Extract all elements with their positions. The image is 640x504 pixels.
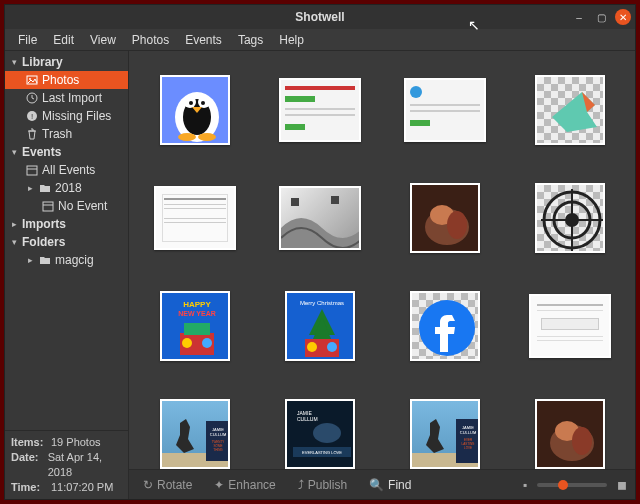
thumbnail[interactable]: Merry Christmas [285, 291, 355, 361]
app-window: Shotwell – ▢ ✕ File Edit View Photos Eve… [4, 4, 636, 500]
thumbnail[interactable] [404, 78, 486, 142]
svg-point-13 [189, 101, 193, 105]
svg-point-35 [307, 342, 317, 352]
info-date-value: Sat Apr 14, 2018 [48, 450, 122, 480]
window-title: Shotwell [295, 10, 344, 24]
calendar-icon [41, 199, 55, 213]
svg-text:CULLUM: CULLUM [209, 432, 225, 437]
svg-point-36 [327, 342, 337, 352]
menu-tags[interactable]: Tags [231, 31, 270, 49]
tree-last-import[interactable]: Last Import [5, 89, 128, 107]
tree-folder-magcig[interactable]: ▸magcig [5, 251, 128, 269]
tree-library[interactable]: ▾Library [5, 53, 128, 71]
enhance-icon: ✦ [214, 478, 224, 492]
svg-text:EVERLASTING LOVE: EVERLASTING LOVE [302, 450, 342, 455]
rotate-icon: ↻ [143, 478, 153, 492]
zoom-slider[interactable] [537, 483, 607, 487]
slider-thumb[interactable] [558, 480, 568, 490]
menu-file[interactable]: File [11, 31, 44, 49]
info-date-label: Date: [11, 450, 44, 480]
main-panel: HAPPYNEW YEAR Merry Christmas JAMIECULLU… [129, 51, 635, 499]
tree-imports[interactable]: ▸Imports [5, 215, 128, 233]
sidebar: ▾Library Photos Last Import !Missing Fil… [5, 51, 129, 499]
info-panel: Items:19 Photos Date:Sat Apr 14, 2018 Ti… [5, 430, 128, 499]
svg-text:!: ! [31, 112, 33, 121]
thumbnail[interactable]: HAPPYNEW YEAR [160, 291, 230, 361]
body: ▾Library Photos Last Import !Missing Fil… [5, 51, 635, 499]
thumbnail[interactable] [279, 186, 361, 250]
thumbnail[interactable]: JAMIECULLUMTWENTYSOMETHING [160, 399, 230, 469]
titlebar: Shotwell – ▢ ✕ [5, 5, 635, 29]
thumbnail[interactable]: JAMIECULLUMEVERLASTING LOVE [285, 399, 355, 469]
thumbnail-grid: HAPPYNEW YEAR Merry Christmas JAMIECULLU… [129, 51, 635, 469]
rotate-button[interactable]: ↻Rotate [137, 476, 198, 494]
tree-all-events[interactable]: All Events [5, 161, 128, 179]
thumbnail[interactable]: JAMIECULLUMEVERLASTINGLOVE [410, 399, 480, 469]
menubar: File Edit View Photos Events Tags Help [5, 29, 635, 51]
folder-icon [38, 253, 52, 267]
thumbnail[interactable] [410, 291, 480, 361]
missing-icon: ! [25, 109, 39, 123]
svg-point-21 [447, 211, 467, 239]
svg-text:CULLUM: CULLUM [459, 430, 475, 435]
tree-year-2018[interactable]: ▸2018 [5, 179, 128, 197]
publish-button[interactable]: ⤴Publish [292, 476, 353, 494]
thumbnail[interactable] [535, 399, 605, 469]
tree: ▾Library Photos Last Import !Missing Fil… [5, 51, 128, 430]
menu-events[interactable]: Events [178, 31, 229, 49]
svg-point-14 [201, 101, 205, 105]
toolbar: ↻Rotate ✦Enhance ⤴Publish 🔍Find ▪ ◼ [129, 469, 635, 499]
thumbnail[interactable] [410, 183, 480, 253]
svg-point-59 [572, 427, 592, 455]
svg-point-16 [198, 133, 216, 141]
thumbnail[interactable] [279, 78, 361, 142]
menu-photos[interactable]: Photos [125, 31, 176, 49]
svg-text:LOVE: LOVE [463, 446, 471, 450]
info-items-label: Items: [11, 435, 47, 450]
zoom-in-icon[interactable]: ◼ [617, 478, 627, 492]
tree-missing[interactable]: !Missing Files [5, 107, 128, 125]
svg-rect-7 [43, 202, 53, 211]
menu-view[interactable]: View [83, 31, 123, 49]
window-controls: – ▢ ✕ [571, 9, 631, 25]
thumbnail[interactable] [535, 75, 605, 145]
thumbnail[interactable] [529, 294, 611, 358]
publish-icon: ⤴ [298, 478, 304, 492]
tree-events[interactable]: ▾Events [5, 143, 128, 161]
svg-point-15 [178, 133, 196, 141]
search-icon: 🔍 [369, 478, 384, 492]
enhance-button[interactable]: ✦Enhance [208, 476, 281, 494]
photos-icon [25, 73, 39, 87]
tree-folders[interactable]: ▾Folders [5, 233, 128, 251]
tree-no-event[interactable]: No Event [5, 197, 128, 215]
svg-text:THING: THING [213, 448, 223, 452]
tree-photos[interactable]: Photos [5, 71, 128, 89]
maximize-button[interactable]: ▢ [593, 9, 609, 25]
tree-trash[interactable]: Trash [5, 125, 128, 143]
folder-icon [38, 181, 52, 195]
calendar-icon [25, 163, 39, 177]
svg-text:Merry Christmas: Merry Christmas [299, 300, 343, 306]
thumbnail[interactable] [154, 186, 236, 250]
info-items-value: 19 Photos [51, 435, 101, 450]
svg-point-32 [202, 338, 212, 348]
svg-rect-5 [27, 166, 37, 175]
minimize-button[interactable]: – [571, 9, 587, 25]
menu-help[interactable]: Help [272, 31, 311, 49]
svg-text:HAPPY: HAPPY [183, 300, 211, 309]
svg-rect-30 [184, 323, 210, 335]
svg-rect-17 [291, 198, 299, 206]
zoom-out-icon[interactable]: ▪ [523, 478, 527, 492]
thumbnail[interactable] [535, 183, 605, 253]
thumbnail[interactable] [160, 75, 230, 145]
info-time-value: 11:07:20 PM [51, 480, 113, 495]
svg-text:CULLUM: CULLUM [297, 416, 318, 422]
menu-edit[interactable]: Edit [46, 31, 81, 49]
find-button[interactable]: 🔍Find [363, 476, 417, 494]
close-button[interactable]: ✕ [615, 9, 631, 25]
trash-icon [25, 127, 39, 141]
svg-point-31 [182, 338, 192, 348]
svg-rect-18 [331, 196, 339, 204]
info-time-label: Time: [11, 480, 47, 495]
svg-point-49 [313, 423, 341, 443]
